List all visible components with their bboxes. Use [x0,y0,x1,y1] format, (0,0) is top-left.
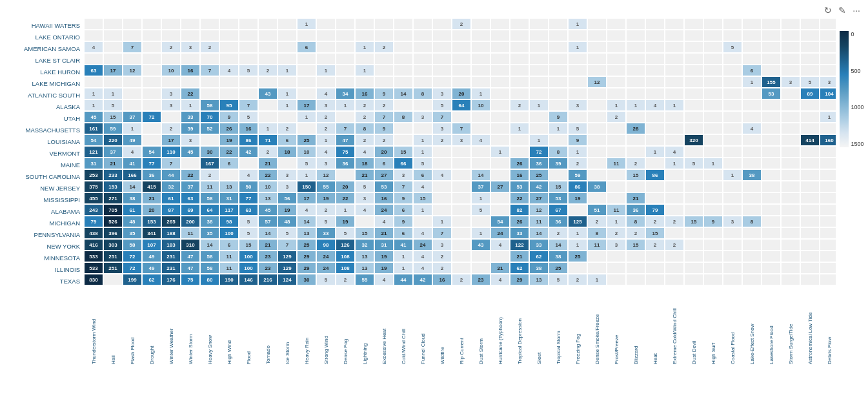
heatmap-cell[interactable]: 61 [123,204,142,216]
heatmap-cell[interactable] [336,111,355,123]
heatmap-cell[interactable] [800,158,820,169]
heatmap-cell[interactable]: 7 [278,239,297,251]
heatmap-cell[interactable]: 190 [219,274,239,285]
heatmap-cell[interactable]: 2 [161,123,181,134]
heatmap-cell[interactable] [413,18,432,30]
heatmap-cell[interactable]: 1 [529,99,549,111]
heatmap-cell[interactable] [742,146,762,158]
heatmap-cell[interactable] [258,111,278,123]
heatmap-cell[interactable]: 36 [549,216,568,227]
heatmap-cell[interactable]: 253 [84,169,103,181]
heatmap-cell[interactable]: 43 [258,88,278,99]
heatmap-cell[interactable]: 11 [181,227,200,239]
heatmap-cell[interactable] [607,134,626,146]
heatmap-cell[interactable] [336,18,355,30]
heatmap-cell[interactable] [645,251,665,262]
heatmap-cell[interactable]: 32 [161,181,181,192]
heatmap-cell[interactable]: 2 [336,274,355,285]
heatmap-cell[interactable]: 4 [413,181,432,192]
heatmap-cell[interactable] [142,123,161,134]
heatmap-cell[interactable]: 14 [549,239,568,251]
heatmap-cell[interactable]: 72 [123,262,142,274]
heatmap-cell[interactable] [820,123,836,134]
heatmap-cell[interactable] [820,181,836,192]
heatmap-cell[interactable] [781,134,800,146]
heatmap-cell[interactable] [510,88,529,99]
heatmap-cell[interactable]: 243 [84,204,103,216]
heatmap-cell[interactable]: 1 [394,262,413,274]
heatmap-cell[interactable] [703,99,723,111]
heatmap-cell[interactable]: 15 [103,111,123,123]
heatmap-cell[interactable]: 3 [316,99,336,111]
heatmap-cell[interactable] [432,76,452,88]
heatmap-cell[interactable]: 41 [394,239,413,251]
heatmap-cell[interactable] [471,111,490,123]
heatmap-cell[interactable] [645,274,665,285]
heatmap-cell[interactable]: 55 [316,181,336,192]
heatmap-cell[interactable]: 29 [297,251,316,262]
heatmap-cell[interactable]: 11 [607,158,626,169]
heatmap-cell[interactable]: 79 [84,216,103,227]
heatmap-cell[interactable] [587,88,607,99]
heatmap-cell[interactable] [219,41,239,53]
heatmap-cell[interactable] [684,30,703,41]
heatmap-cell[interactable]: 37 [181,181,200,192]
heatmap-cell[interactable]: 1 [355,65,374,76]
heatmap-cell[interactable]: 45 [84,111,103,123]
heatmap-cell[interactable] [820,65,836,76]
heatmap-cell[interactable] [820,30,836,41]
heatmap-cell[interactable]: 1 [316,134,336,146]
heatmap-cell[interactable]: 1 [529,134,549,146]
heatmap-cell[interactable]: 1 [626,99,645,111]
heatmap-cell[interactable] [800,123,820,134]
heatmap-cell[interactable] [762,53,781,65]
heatmap-cell[interactable]: 44 [161,169,181,181]
heatmap-cell[interactable]: 9 [219,111,239,123]
heatmap-cell[interactable] [762,18,781,30]
heatmap-cell[interactable] [800,274,820,285]
heatmap-cell[interactable] [529,53,549,65]
heatmap-cell[interactable] [665,181,684,192]
heatmap-cell[interactable] [490,123,510,134]
heatmap-cell[interactable]: 4 [316,146,336,158]
heatmap-cell[interactable] [452,65,471,76]
heatmap-cell[interactable]: 2 [200,169,219,181]
heatmap-cell[interactable] [665,262,684,274]
heatmap-cell[interactable] [665,88,684,99]
heatmap-cell[interactable]: 415 [142,181,161,192]
heatmap-cell[interactable]: 3 [452,134,471,146]
heatmap-cell[interactable]: 23 [471,274,490,285]
heatmap-cell[interactable] [239,88,258,99]
more-icon[interactable]: ··· [853,5,860,15]
heatmap-cell[interactable] [452,227,471,239]
heatmap-cell[interactable]: 38 [549,251,568,262]
heatmap-cell[interactable]: 1 [510,123,529,134]
heatmap-cell[interactable] [607,192,626,204]
heatmap-cell[interactable]: 25 [568,251,587,262]
heatmap-cell[interactable] [529,65,549,76]
heatmap-cell[interactable] [510,134,529,146]
heatmap-cell[interactable]: 6 [278,134,297,146]
heatmap-cell[interactable] [471,53,490,65]
heatmap-cell[interactable] [413,216,432,227]
heatmap-cell[interactable]: 24 [316,251,336,262]
heatmap-cell[interactable] [762,192,781,204]
heatmap-cell[interactable] [278,76,297,88]
heatmap-cell[interactable] [781,88,800,99]
heatmap-cell[interactable]: 146 [239,274,258,285]
heatmap-cell[interactable]: 75 [336,146,355,158]
heatmap-cell[interactable] [723,88,742,99]
heatmap-cell[interactable]: 14 [123,181,142,192]
heatmap-cell[interactable]: 22 [510,192,529,204]
heatmap-cell[interactable]: 3 [355,192,374,204]
heatmap-cell[interactable]: 1 [355,41,374,53]
heatmap-cell[interactable]: 533 [84,251,103,262]
heatmap-cell[interactable]: 5 [239,216,258,227]
heatmap-cell[interactable]: 21 [490,262,510,274]
heatmap-cell[interactable] [684,227,703,239]
heatmap-cell[interactable] [723,123,742,134]
heatmap-cell[interactable] [723,227,742,239]
heatmap-cell[interactable]: 1 [471,227,490,239]
heatmap-cell[interactable] [432,158,452,169]
heatmap-cell[interactable] [684,192,703,204]
